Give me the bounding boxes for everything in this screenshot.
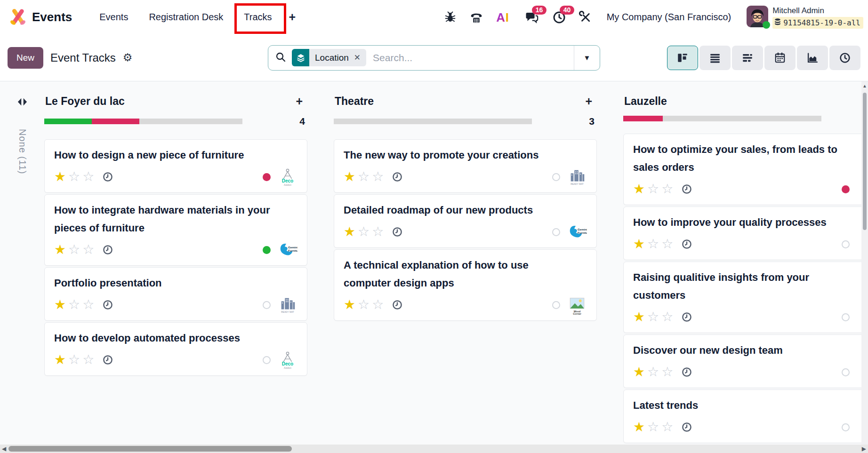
debug-bug-icon[interactable] (444, 11, 457, 24)
scroll-left-arrow[interactable]: ◀ (2, 446, 6, 452)
menu-item-tracks[interactable]: Tracks (233, 7, 282, 27)
star-empty-icon[interactable]: ☆ (661, 183, 673, 196)
star-filled-icon[interactable]: ★ (633, 421, 645, 434)
column-progress-bar[interactable] (44, 119, 242, 124)
vertical-scrollbar[interactable]: ▲ (861, 81, 868, 453)
kanban-card[interactable]: Portfolio presentation ★☆☆ READY MAT (44, 267, 307, 321)
priority-stars[interactable]: ★☆☆ (344, 298, 386, 311)
user-menu[interactable]: Mitchell Admin 91154815-19-0-all (747, 6, 863, 29)
add-card-button[interactable]: + (581, 95, 596, 108)
menu-item-events[interactable]: Events (89, 7, 138, 27)
star-filled-icon[interactable]: ★ (344, 298, 355, 311)
column-title[interactable]: Lauzelle (624, 95, 868, 108)
view-gantt-button[interactable] (732, 46, 763, 70)
priority-stars[interactable]: ★☆☆ (54, 353, 96, 366)
activity-clock-icon[interactable] (681, 311, 692, 323)
priority-stars[interactable]: ★☆☆ (54, 298, 96, 311)
view-activity-button[interactable] (829, 46, 860, 70)
kanban-card[interactable]: The new way to promote your creations ★☆… (334, 139, 597, 193)
new-tab-button[interactable]: + (289, 10, 296, 24)
search-dropdown-caret[interactable]: ▼ (574, 46, 600, 70)
activity-clock-icon[interactable] (102, 171, 113, 183)
star-empty-icon[interactable]: ☆ (661, 366, 673, 379)
priority-stars[interactable]: ★☆☆ (344, 225, 386, 238)
star-empty-icon[interactable]: ☆ (661, 238, 673, 251)
kanban-card[interactable]: How to integrate hardware materials in y… (44, 194, 307, 266)
phone-icon[interactable] (469, 10, 483, 24)
priority-stars[interactable]: ★☆☆ (54, 243, 96, 256)
scroll-right-arrow[interactable]: ▶ (862, 446, 866, 452)
search-bar[interactable]: Location ✕ ▼ (268, 45, 600, 71)
star-empty-icon[interactable]: ☆ (647, 238, 659, 251)
star-filled-icon[interactable]: ★ (344, 170, 355, 183)
company-switcher[interactable]: My Company (San Francisco) (607, 12, 731, 23)
star-empty-icon[interactable]: ☆ (358, 298, 370, 311)
star-empty-icon[interactable]: ☆ (82, 170, 94, 183)
star-empty-icon[interactable]: ☆ (82, 243, 94, 256)
star-empty-icon[interactable]: ☆ (647, 310, 659, 324)
star-filled-icon[interactable]: ★ (54, 353, 66, 366)
priority-stars[interactable]: ★☆☆ (633, 183, 675, 196)
view-graph-button[interactable] (797, 46, 828, 70)
ai-assistant-icon[interactable]: A I (496, 11, 512, 24)
priority-stars[interactable]: ★☆☆ (633, 366, 675, 379)
vertical-scrollbar-thumb[interactable] (863, 93, 867, 230)
star-empty-icon[interactable]: ☆ (358, 170, 370, 183)
priority-stars[interactable]: ★☆☆ (633, 238, 675, 251)
star-empty-icon[interactable]: ☆ (647, 183, 659, 196)
kanban-card[interactable]: Latest trends ★☆☆ (623, 389, 868, 443)
column-progress-bar[interactable] (623, 116, 821, 121)
priority-stars[interactable]: ★☆☆ (633, 310, 675, 324)
column-title[interactable]: Theatre (335, 95, 581, 108)
activity-clock-icon[interactable] (681, 421, 692, 433)
horizontal-scrollbar-thumb[interactable] (8, 446, 292, 452)
progress-segment[interactable] (623, 116, 663, 121)
star-empty-icon[interactable]: ☆ (372, 225, 384, 238)
star-empty-icon[interactable]: ☆ (647, 421, 659, 434)
kanban-card[interactable]: A technical explanation of how to use co… (334, 249, 597, 321)
priority-stars[interactable]: ★☆☆ (633, 421, 675, 434)
star-filled-icon[interactable]: ★ (54, 243, 66, 256)
activity-clock-icon[interactable] (681, 183, 692, 195)
menu-item-registration-desk[interactable]: Registration Desk (138, 7, 233, 27)
priority-stars[interactable]: ★☆☆ (344, 170, 386, 183)
star-empty-icon[interactable]: ☆ (68, 243, 80, 256)
search-input[interactable] (373, 52, 574, 64)
star-filled-icon[interactable]: ★ (633, 366, 645, 379)
facet-remove-button[interactable]: ✕ (354, 53, 361, 63)
settings-gear-icon[interactable]: ⚙ (123, 52, 133, 63)
star-empty-icon[interactable]: ☆ (372, 170, 384, 183)
column-progress-bar[interactable] (334, 119, 532, 124)
kanban-card[interactable]: How to optimize your sales, from leads t… (623, 134, 868, 205)
kanban-card[interactable]: Detailed roadmap of our new products ★☆☆… (334, 194, 597, 248)
progress-segment[interactable] (92, 119, 139, 124)
collapsed-column-none[interactable]: None (11) (0, 81, 44, 453)
star-empty-icon[interactable]: ☆ (82, 298, 94, 311)
column-title[interactable]: Le Foyer du lac (45, 95, 292, 108)
star-empty-icon[interactable]: ☆ (82, 353, 94, 366)
new-button[interactable]: New (8, 47, 43, 69)
kanban-card[interactable]: Discover our new design team ★☆☆ (623, 334, 868, 388)
kanban-card[interactable]: How to develop automated processes ★☆☆ D… (44, 322, 307, 376)
unfold-column-icon[interactable] (16, 95, 29, 110)
star-filled-icon[interactable]: ★ (633, 183, 645, 196)
activity-clock-icon[interactable] (392, 226, 403, 238)
star-empty-icon[interactable]: ☆ (661, 310, 673, 324)
star-filled-icon[interactable]: ★ (54, 298, 66, 311)
messages-icon[interactable]: 16 (524, 10, 539, 24)
activity-clock-icon[interactable] (681, 366, 692, 378)
activity-clock-icon[interactable] (392, 171, 403, 183)
star-empty-icon[interactable]: ☆ (68, 298, 80, 311)
kanban-card[interactable]: How to design a new piece of furniture ★… (44, 139, 307, 193)
star-filled-icon[interactable]: ★ (54, 170, 66, 183)
horizontal-scrollbar[interactable]: ◀ ▶ (0, 445, 868, 453)
star-empty-icon[interactable]: ☆ (661, 421, 673, 434)
priority-stars[interactable]: ★☆☆ (54, 170, 96, 183)
activity-clock-icon[interactable] (392, 299, 403, 310)
activity-clock-icon[interactable] (102, 244, 113, 255)
progress-segment[interactable] (44, 119, 92, 124)
events-app-menu-button[interactable]: Events (8, 7, 72, 28)
kanban-card[interactable]: How to improve your quality processes ★☆… (623, 207, 868, 260)
activity-clock-icon[interactable] (681, 238, 692, 250)
activity-clock-icon[interactable] (102, 299, 113, 310)
